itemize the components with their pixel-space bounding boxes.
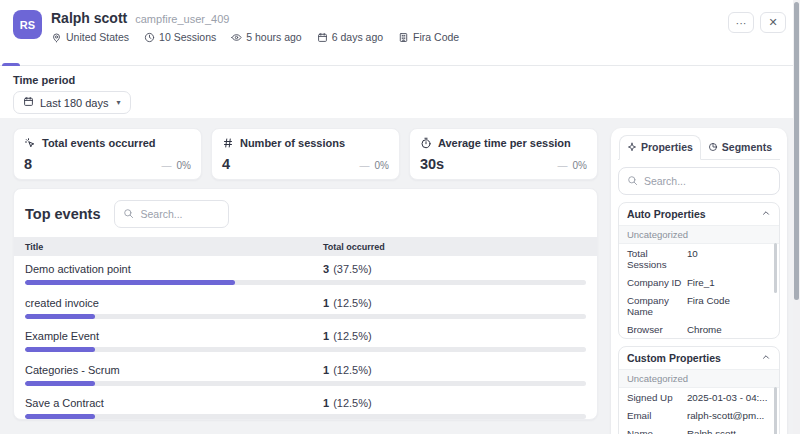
- stat-value: 8: [24, 156, 32, 172]
- table-row[interactable]: Example Event 1 (12.5%): [14, 323, 597, 357]
- event-bar-fill: [25, 280, 235, 285]
- event-count: 1: [323, 297, 329, 309]
- table-row[interactable]: Categories - Scrum 1 (12.5%): [14, 357, 597, 391]
- chevron-up-icon[interactable]: [761, 208, 771, 220]
- more-options-button[interactable]: ···: [728, 12, 754, 33]
- user-meta-item: 10 Sessions: [144, 31, 216, 43]
- property-row: Company Name Fira Code: [619, 291, 779, 320]
- property-value: Chrome: [687, 324, 771, 335]
- event-percent: (12.5%): [333, 330, 372, 342]
- user-meta-label: United States: [66, 31, 129, 43]
- window-scrollbar[interactable]: [793, 0, 800, 434]
- column-title: Title: [25, 242, 323, 252]
- property-value: 2025-01-03 - 04:...: [687, 392, 771, 403]
- table-row[interactable]: Demo activation point 3 (37.5%): [14, 256, 597, 290]
- section-scrollbar-thumb[interactable]: [774, 387, 777, 434]
- top-events-title: Top events: [25, 206, 100, 222]
- property-row: Name Ralph scott: [619, 424, 779, 434]
- table-row[interactable]: Save a Contract 1 (12.5%): [14, 390, 597, 420]
- event-count: 1: [323, 397, 329, 409]
- section-title: Auto Properties: [627, 208, 706, 220]
- property-value: Fira Code: [687, 295, 771, 306]
- property-value: 10: [687, 248, 771, 259]
- user-meta-label: 6 days ago: [332, 31, 383, 43]
- property-value: Fire_1: [687, 277, 771, 288]
- user-meta-item: 6 days ago: [317, 31, 383, 43]
- time-period-dropdown[interactable]: Last 180 days ▾: [13, 91, 131, 114]
- section-header[interactable]: Auto Properties: [619, 203, 779, 225]
- tab-engagement[interactable]: [100, 52, 104, 65]
- event-title: Example Event: [25, 330, 323, 342]
- table-row[interactable]: created invoice 1 (12.5%): [14, 290, 597, 324]
- section-category-label: Uncategorized: [619, 225, 779, 244]
- event-title: Categories - Scrum: [25, 364, 323, 376]
- property-value: ralph-scott@pm...: [687, 410, 771, 421]
- chevron-down-icon: ▾: [117, 98, 121, 107]
- profile-header: RS Ralph scott campfire_user_409 United …: [0, 0, 800, 43]
- stat-label: Number of sessions: [240, 137, 345, 149]
- user-id: campfire_user_409: [135, 13, 229, 25]
- stat-delta: 0%: [177, 160, 191, 171]
- user-meta-item: Fira Code: [398, 31, 459, 43]
- stat-card: Number of sessions 4 — 0%: [211, 128, 400, 180]
- top-events-search-input[interactable]: [140, 208, 220, 220]
- property-key: Company ID: [627, 277, 687, 288]
- property-key: Signed Up: [627, 392, 687, 403]
- sidebar-tab-label: Properties: [641, 141, 693, 153]
- sparkle-icon: [627, 142, 637, 152]
- properties-sidebar: Properties Segments Auto Properties Unca…: [611, 128, 787, 434]
- tab-sentiment[interactable]: [71, 52, 75, 65]
- sidebar-tabbar: Properties Segments: [618, 135, 780, 160]
- event-bar-track: [25, 314, 586, 319]
- event-bar-fill: [25, 381, 95, 386]
- event-bar-track: [25, 414, 586, 419]
- time-period-label: Time period: [13, 74, 787, 86]
- stat-card: Average time per session 30s — 0%: [409, 128, 598, 180]
- sidebar-tab-segments[interactable]: Segments: [701, 136, 779, 159]
- section-category-label: Uncategorized: [619, 369, 779, 388]
- property-key: Browser: [627, 324, 687, 335]
- user-meta-row: United States 10 Sessions 5 hours ago 6 …: [51, 31, 459, 43]
- properties-search[interactable]: [618, 167, 780, 195]
- time-period-value: Last 180 days: [40, 97, 109, 109]
- content-area: Total events occurred 8 — 0% Number of s…: [0, 118, 793, 434]
- properties-search-input[interactable]: [644, 175, 771, 187]
- search-icon: [123, 205, 134, 223]
- trend-dash-icon: —: [557, 160, 567, 171]
- window-scrollbar-thumb[interactable]: [794, 2, 799, 300]
- event-percent: (12.5%): [333, 297, 372, 309]
- event-title: Demo activation point: [25, 263, 323, 275]
- property-key: Name: [627, 428, 687, 434]
- clock-icon: [144, 32, 155, 43]
- top-events-card: Top events Title Total occurred Demo act…: [13, 188, 598, 420]
- property-row: Email ralph-scott@pm...: [619, 406, 779, 424]
- stats-row: Total events occurred 8 — 0% Number of s…: [13, 128, 598, 180]
- sidebar-tab-properties[interactable]: Properties: [619, 135, 701, 160]
- calendar-icon: [317, 32, 328, 43]
- close-button[interactable]: ✕: [760, 12, 786, 33]
- building-icon: [398, 32, 409, 43]
- event-bar-track: [25, 381, 586, 386]
- event-bar-track: [25, 347, 586, 352]
- user-meta-label: 10 Sessions: [159, 31, 216, 43]
- event-title: Save a Contract: [25, 397, 323, 409]
- calendar-icon: [23, 96, 34, 109]
- event-percent: (37.5%): [333, 263, 372, 275]
- tab-overview[interactable]: [13, 52, 17, 65]
- property-key: Total Sessions: [627, 248, 687, 270]
- top-events-search[interactable]: [114, 200, 229, 228]
- column-total-occurred: Total occurred: [323, 242, 385, 252]
- stat-value: 4: [222, 156, 230, 172]
- hash-icon: [222, 137, 234, 149]
- section-title: Custom Properties: [627, 352, 721, 364]
- section-scrollbar-thumb[interactable]: [774, 243, 777, 293]
- stat-label: Total events occurred: [42, 137, 156, 149]
- event-count: 3: [323, 263, 329, 275]
- event-count: 1: [323, 330, 329, 342]
- tab-sessions[interactable]: [42, 52, 46, 65]
- stat-value: 30s: [420, 156, 444, 172]
- events-table-header: Title Total occurred: [14, 237, 597, 256]
- property-row: Total Sessions 10: [619, 244, 779, 273]
- chevron-up-icon[interactable]: [761, 352, 771, 364]
- section-header[interactable]: Custom Properties: [619, 347, 779, 369]
